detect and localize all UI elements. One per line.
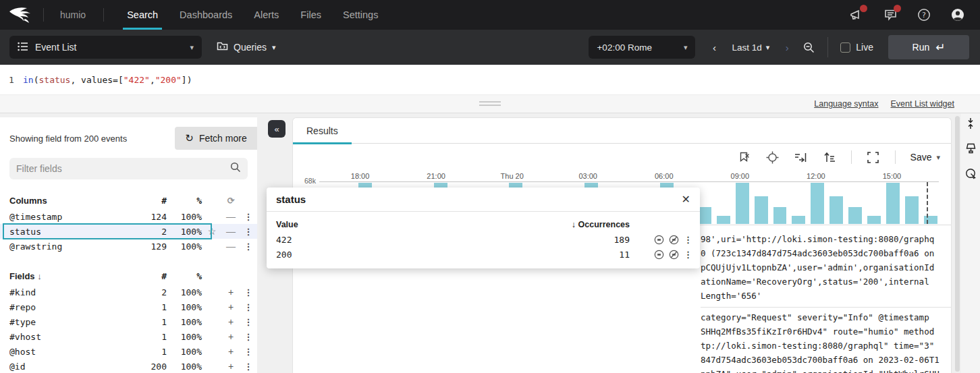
jump-to-latest-icon[interactable]: [794, 150, 808, 164]
nav-item-dashboards[interactable]: Dashboards: [169, 0, 243, 30]
fetch-more-button[interactable]: ↻ Fetch more: [175, 127, 257, 150]
filter-include-icon[interactable]: [654, 250, 664, 260]
filter-include-icon[interactable]: [654, 235, 664, 245]
filter-exclude-icon[interactable]: [669, 250, 679, 260]
view-selector-dropdown[interactable]: Event List ▾: [9, 36, 202, 59]
time-forward-button[interactable]: ›: [778, 38, 796, 57]
chart-bar[interactable]: [924, 216, 937, 224]
add-column-icon[interactable]: +: [222, 331, 240, 342]
chart-bar[interactable]: [792, 216, 805, 224]
event-list-widget-link[interactable]: Event List widget: [891, 99, 955, 109]
chart-bar[interactable]: [905, 196, 919, 224]
kebab-menu-icon[interactable]: ⋮: [240, 302, 257, 312]
chart-bar[interactable]: [886, 183, 900, 224]
lamp-icon[interactable]: [964, 142, 977, 155]
resize-handle[interactable]: [479, 99, 501, 108]
kebab-menu-icon[interactable]: ⋮: [240, 332, 257, 342]
chart-bar[interactable]: [811, 183, 824, 224]
chart-bar[interactable]: [755, 196, 768, 224]
repo-name[interactable]: humio: [44, 9, 103, 20]
columns-header: Columns # % ⟳: [0, 193, 257, 208]
crowdstrike-falcon-logo[interactable]: [7, 4, 38, 26]
chart-bar[interactable]: [829, 196, 843, 224]
chart-bar[interactable]: [717, 216, 730, 224]
field-row-status[interactable]: status2100%☆—⋮: [0, 224, 257, 239]
filter-fields-input[interactable]: [16, 163, 230, 174]
live-checkbox[interactable]: [840, 42, 850, 53]
add-column-icon[interactable]: +: [222, 346, 240, 357]
chart-bar[interactable]: [867, 216, 881, 224]
run-button[interactable]: Run ↵: [888, 35, 969, 59]
query-text[interactable]: in(status, values=["422","200"]): [23, 75, 192, 85]
filter-exclude-icon[interactable]: [669, 235, 679, 245]
remove-annotation-icon[interactable]: [738, 150, 751, 164]
field-row-type[interactable]: #type1100%+⋮: [0, 314, 257, 329]
sort-ascending-icon[interactable]: [823, 150, 836, 164]
vertical-scrollbar[interactable]: [955, 116, 960, 372]
popup-table-header: Value ↓ Occurrences: [276, 217, 692, 232]
value-row[interactable]: 200 11 ⋮: [276, 247, 692, 262]
kebab-menu-icon[interactable]: ⋮: [240, 347, 257, 357]
chart-bar[interactable]: [736, 183, 749, 224]
collapse-vertical-icon[interactable]: [964, 117, 977, 130]
save-dropdown[interactable]: Save ▾: [910, 152, 940, 163]
kebab-menu-icon[interactable]: ⋮: [240, 212, 257, 222]
live-toggle[interactable]: Live: [840, 42, 873, 53]
chart-bar[interactable]: [848, 207, 862, 224]
language-syntax-link[interactable]: Language syntax: [814, 99, 878, 109]
chart-bar[interactable]: [773, 207, 787, 224]
remove-column-icon[interactable]: —: [222, 211, 240, 222]
add-column-icon[interactable]: +: [222, 287, 240, 297]
enter-key-icon: ↵: [935, 40, 945, 55]
query-editor[interactable]: 1 in(status, values=["422","200"]): [0, 65, 980, 95]
time-cursor-dashed-line[interactable]: [927, 182, 928, 224]
field-row-vhost[interactable]: #vhost1100%+⋮: [0, 329, 257, 344]
field-row-rawstring[interactable]: @rawstring129100%—⋮: [0, 239, 257, 254]
nav-item-settings[interactable]: Settings: [332, 0, 389, 30]
add-column-icon[interactable]: +: [222, 302, 240, 312]
fullscreen-icon[interactable]: [867, 150, 880, 164]
kebab-menu-icon[interactable]: ⋮: [684, 250, 692, 260]
timezone-dropdown[interactable]: +02:00 Rome ▾: [589, 36, 695, 59]
add-column-icon[interactable]: +: [222, 361, 240, 372]
remove-column-icon[interactable]: —: [222, 241, 240, 252]
kebab-menu-icon[interactable]: ⋮: [684, 235, 692, 245]
event-row[interactable]: category="Request" severity="Info" @time…: [701, 307, 951, 373]
close-icon[interactable]: ✕: [682, 193, 690, 206]
kebab-menu-icon[interactable]: ⋮: [240, 241, 257, 252]
time-range-dropdown[interactable]: Last 1d ▾: [726, 42, 775, 53]
feedback-icon[interactable]: [883, 7, 898, 22]
remove-column-icon[interactable]: —: [222, 226, 240, 237]
nav-item-alerts[interactable]: Alerts: [243, 0, 290, 30]
tab-results[interactable]: Results: [293, 125, 352, 143]
kebab-menu-icon[interactable]: ⋮: [240, 317, 257, 327]
time-back-button[interactable]: ‹: [705, 38, 724, 57]
crosshair-icon[interactable]: [766, 150, 780, 164]
sync-columns-icon[interactable]: ⟳: [222, 196, 240, 206]
sort-desc-icon[interactable]: ↓: [37, 271, 42, 281]
field-row-repo[interactable]: #repo1100%+⋮: [0, 299, 257, 314]
nav-item-search[interactable]: Search: [116, 0, 169, 30]
kebab-menu-icon[interactable]: ⋮: [240, 287, 257, 297]
kebab-menu-icon[interactable]: ⋮: [240, 362, 257, 372]
filter-fields-input-wrap[interactable]: [9, 158, 248, 179]
log-line: 98',uri='http://loki.simon-testing:8080/…: [701, 232, 951, 246]
field-row-host[interactable]: @host1100%+⋮: [0, 344, 257, 359]
nav-item-files[interactable]: Files: [290, 0, 332, 30]
inspect-search-icon[interactable]: [964, 167, 977, 180]
value-row[interactable]: 422 189 ⋮: [276, 232, 692, 247]
popup-value-table: Value ↓ Occurrences 422 189 ⋮ 200 11: [267, 212, 700, 268]
field-row-kind[interactable]: #kind2100%+⋮: [0, 285, 257, 299]
field-row-timestamp[interactable]: @timestamp124100%—⋮: [0, 209, 257, 224]
account-icon[interactable]: [950, 7, 965, 22]
kebab-menu-icon[interactable]: ⋮: [240, 227, 257, 237]
zoom-out-icon[interactable]: [799, 38, 818, 57]
event-row[interactable]: 98',uri='http://loki.simon-testing:8080/…: [701, 229, 951, 307]
collapse-panel-button[interactable]: «: [268, 120, 285, 138]
add-column-icon[interactable]: +: [222, 316, 240, 327]
star-icon[interactable]: ☆: [202, 226, 222, 237]
announcements-icon[interactable]: [849, 7, 864, 22]
help-icon[interactable]: ?: [917, 7, 931, 22]
queries-dropdown[interactable]: Queries ▾: [217, 41, 276, 53]
field-row-id[interactable]: @id200100%+⋮: [0, 359, 257, 373]
